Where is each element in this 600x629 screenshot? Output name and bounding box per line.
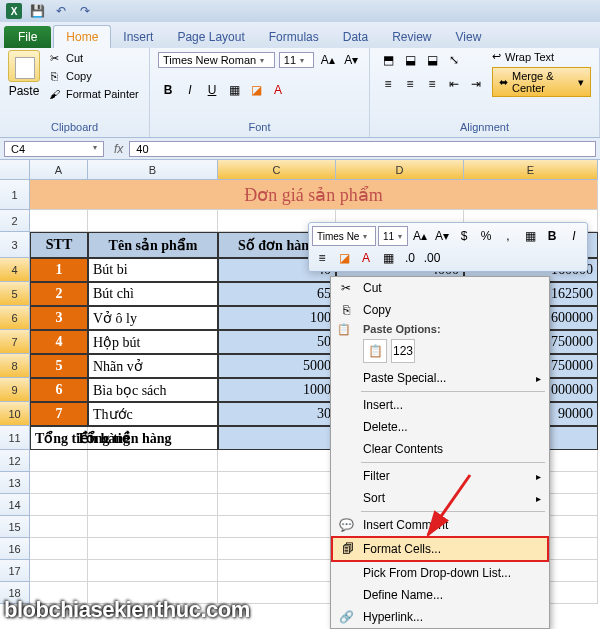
wrap-text-button[interactable]: ↩Wrap Text [492, 50, 591, 63]
column-header[interactable]: B [88, 160, 218, 180]
header-stt[interactable]: STT [30, 232, 88, 258]
redo-icon[interactable]: ↷ [76, 2, 94, 20]
indent-increase-icon[interactable]: ⇥ [466, 74, 486, 94]
select-all-corner[interactable] [0, 160, 30, 180]
row-header[interactable]: 3 [0, 232, 30, 258]
cell[interactable] [218, 472, 336, 494]
shrink-font-icon[interactable]: A▾ [342, 50, 361, 70]
paste-option-default[interactable]: 📋 [363, 339, 387, 363]
fx-icon[interactable]: fx [108, 142, 129, 156]
font-name-combo[interactable]: Times New Roman▾ [158, 52, 275, 68]
mini-fill-icon[interactable]: ◪ [334, 248, 354, 268]
cut-button[interactable]: ✂Cut [46, 50, 139, 66]
mini-font-combo[interactable]: Times Ne▾ [312, 226, 376, 246]
cell-ten[interactable]: Thước [88, 402, 218, 426]
row-header[interactable]: 5 [0, 282, 30, 306]
cell[interactable] [30, 450, 88, 472]
cell-stt[interactable]: 5 [30, 354, 88, 378]
row-header[interactable]: 15 [0, 516, 30, 538]
cell[interactable] [88, 494, 218, 516]
tab-home[interactable]: Home [53, 25, 111, 48]
mini-comma-icon[interactable]: , [498, 226, 518, 246]
header-ten[interactable]: Tên sản phẩm [88, 232, 218, 258]
format-painter-button[interactable]: 🖌Format Painter [46, 86, 139, 102]
mini-bold-button[interactable]: B [542, 226, 562, 246]
row-header[interactable]: 11 [0, 426, 30, 450]
row-header[interactable]: 7 [0, 330, 30, 354]
cell-stt[interactable]: 4 [30, 330, 88, 354]
total-label2[interactable]: Tổng tiền hàng [30, 426, 218, 450]
menu-format-cells[interactable]: 🗐Format Cells... [331, 536, 549, 562]
menu-delete[interactable]: Delete... [331, 416, 549, 438]
cell-ten[interactable]: Bút bi [88, 258, 218, 282]
cell-stt[interactable]: 3 [30, 306, 88, 330]
menu-insert-comment[interactable]: 💬Insert Comment [331, 514, 549, 536]
align-right-icon[interactable]: ≡ [422, 74, 442, 94]
cell[interactable] [218, 538, 336, 560]
orientation-icon[interactable]: ⤡ [444, 50, 464, 70]
mini-grow-font-icon[interactable]: A▴ [410, 226, 430, 246]
menu-sort[interactable]: Sort▸ [331, 487, 549, 509]
mini-align-icon[interactable]: ≡ [312, 248, 332, 268]
align-middle-icon[interactable]: ⬓ [400, 50, 420, 70]
cell-stt[interactable]: 1 [30, 258, 88, 282]
file-tab[interactable]: File [4, 26, 51, 48]
border-button[interactable]: ▦ [224, 80, 244, 100]
column-header[interactable]: D [336, 160, 464, 180]
cell-so[interactable]: 100 [218, 306, 336, 330]
font-color-button[interactable]: A [268, 80, 288, 100]
save-icon[interactable]: 💾 [28, 2, 46, 20]
tab-insert[interactable]: Insert [111, 26, 165, 48]
cell[interactable] [30, 516, 88, 538]
align-center-icon[interactable]: ≡ [400, 74, 420, 94]
cell[interactable] [218, 494, 336, 516]
row-header[interactable]: 10 [0, 402, 30, 426]
cell-so[interactable]: 65 [218, 282, 336, 306]
cell-so[interactable]: 30 [218, 402, 336, 426]
row-header[interactable]: 6 [0, 306, 30, 330]
row-header[interactable]: 9 [0, 378, 30, 402]
cell-so[interactable]: 1000 [218, 378, 336, 402]
cell-stt[interactable]: 6 [30, 378, 88, 402]
cell[interactable] [30, 472, 88, 494]
grow-font-icon[interactable]: A▴ [318, 50, 337, 70]
fill-color-button[interactable]: ◪ [246, 80, 266, 100]
cell-stt[interactable]: 2 [30, 282, 88, 306]
cell[interactable] [88, 560, 218, 582]
cell[interactable] [30, 538, 88, 560]
paste-button[interactable]: Paste [8, 50, 40, 119]
cell-so[interactable]: 50 [218, 330, 336, 354]
cell-ten[interactable]: Vở ô ly [88, 306, 218, 330]
formula-bar[interactable]: 40 [129, 141, 596, 157]
cell[interactable] [218, 560, 336, 582]
cell[interactable] [88, 472, 218, 494]
cell[interactable] [88, 450, 218, 472]
cell-ten[interactable]: Bút chì [88, 282, 218, 306]
mini-percent-icon[interactable]: % [476, 226, 496, 246]
menu-define-name[interactable]: Define Name... [331, 584, 549, 606]
indent-decrease-icon[interactable]: ⇤ [444, 74, 464, 94]
row-header[interactable]: 13 [0, 472, 30, 494]
row-header[interactable]: 16 [0, 538, 30, 560]
name-box[interactable]: C4▾ [4, 141, 104, 157]
cell[interactable] [88, 516, 218, 538]
menu-clear-contents[interactable]: Clear Contents [331, 438, 549, 460]
paste-option-values[interactable]: 123 [391, 339, 415, 363]
undo-icon[interactable]: ↶ [52, 2, 70, 20]
italic-button[interactable]: I [180, 80, 200, 100]
mini-accounting-icon[interactable]: $ [454, 226, 474, 246]
cell[interactable] [30, 560, 88, 582]
menu-insert[interactable]: Insert... [331, 394, 549, 416]
menu-paste-special[interactable]: Paste Special...▸ [331, 367, 549, 389]
row-header[interactable]: 8 [0, 354, 30, 378]
mini-border-icon[interactable]: ▦ [378, 248, 398, 268]
row-header[interactable]: 17 [0, 560, 30, 582]
mini-dec-decimal-icon[interactable]: .0 [400, 248, 420, 268]
tab-review[interactable]: Review [380, 26, 443, 48]
copy-button[interactable]: ⎘Copy [46, 68, 139, 84]
row-header[interactable]: 2 [0, 210, 30, 232]
row-header[interactable]: 14 [0, 494, 30, 516]
bold-button[interactable]: B [158, 80, 178, 100]
mini-format-icon[interactable]: ▦ [520, 226, 540, 246]
menu-copy[interactable]: ⎘Copy [331, 299, 549, 321]
